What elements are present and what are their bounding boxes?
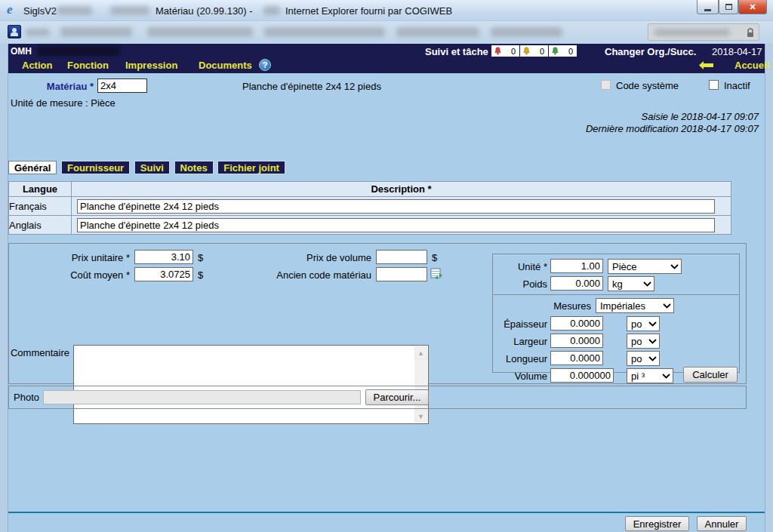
description-fr-input[interactable] [77,199,715,214]
app-header: OMH Suivi et tâche 0 0 [8,44,765,73]
textarea-scrollbar[interactable]: ▲ ▼ [414,346,427,423]
commentaire-label: Commentaire [9,347,69,358]
footer-divider [8,512,765,513]
material-input[interactable] [97,78,147,93]
tab-fournisseur[interactable]: Fournisseur [61,161,130,174]
help-icon[interactable]: ? [259,59,271,71]
poids-input[interactable] [550,276,603,291]
unite-select[interactable]: Pièce [608,259,682,274]
unite-input[interactable] [550,259,603,273]
longueur-input[interactable] [550,351,603,365]
largeur-unit-value: po [631,336,642,347]
window-titlebar[interactable]: e SiglsV2 Matériau (20.99.130) - Interne… [0,0,773,21]
redacted-text [57,6,92,15]
cout-moyen-input[interactable] [134,267,193,281]
org-code: OMH [11,46,32,57]
redacted-text [654,29,730,36]
longueur-unit-select[interactable]: po [627,351,660,366]
table-row: Français [9,197,731,216]
lang-cell: Français [9,197,72,216]
chevron-down-icon [643,281,651,287]
current-date: 2018-04-17 [712,46,762,57]
close-icon: ✕ [749,2,756,12]
tab-fichier-joint[interactable]: Fichier joint [217,161,285,174]
tab-bar: Général Fournisseur Suivi Notes Fichier … [8,161,287,174]
redacted-text [60,27,132,37]
redacted-text [264,27,385,37]
volume-unit-select[interactable]: pi ³ [627,368,673,383]
epaisseur-label: Épaisseur [493,318,547,330]
code-systeme-label: Code système [616,80,679,91]
pricing-groupbox: Prix unitaire * $ Coût moyen * $ Prix de… [8,243,747,384]
close-button[interactable]: ✕ [738,0,767,14]
minimize-button[interactable] [697,0,719,14]
tab-notes[interactable]: Notes [174,161,214,174]
search-input[interactable] [648,23,759,41]
prix-unitaire-input[interactable] [134,250,193,264]
bell-yellow-icon [522,46,531,56]
photo-label: Photo [14,392,39,403]
poids-select-value: kg [612,278,623,290]
menu-impression[interactable]: Impression [125,60,177,71]
alert-counter-red[interactable]: 0 [491,45,519,57]
cancel-button[interactable]: Annuler [697,516,747,531]
largeur-label: Largeur [493,336,547,347]
menu-documents[interactable]: Documents [199,60,252,71]
tab-suivi[interactable]: Suivi [134,161,170,174]
scroll-down-icon[interactable]: ▼ [414,410,427,423]
unite-label: Unité * [493,261,547,272]
photo-groupbox: Photo Parcourir... [8,386,747,409]
tab-general[interactable]: Général [8,161,57,174]
ancien-code-input[interactable] [376,267,427,281]
redacted-text [147,27,253,37]
photo-file-field[interactable] [43,390,361,404]
volume-unit-value: pi ³ [631,371,645,382]
unite-mesure-text: Unité de mesure : Pièce [11,97,115,109]
description-en-input[interactable] [77,218,715,232]
epaisseur-unit-value: po [631,318,642,330]
calculer-button[interactable]: Calculer [683,367,738,383]
col-header-langue: Langue [9,182,72,197]
poids-select[interactable]: kg [608,276,654,291]
window-title-doc: Matériau (20.99.130) - [156,5,253,17]
menu-fonction[interactable]: Fonction [67,60,109,71]
lookup-icon[interactable] [430,268,443,281]
ie-window: e SiglsV2 Matériau (20.99.130) - Interne… [0,0,773,532]
alert-count: 0 [511,47,516,56]
back-arrow-icon[interactable] [699,61,713,69]
chevron-down-icon [663,303,671,309]
chevron-down-icon [648,321,657,327]
chevron-down-icon [648,339,657,344]
bell-red-icon [494,46,502,56]
redacted-text [263,6,280,15]
save-button[interactable]: Enregistrer [625,516,689,531]
prix-volume-input[interactable] [376,250,427,264]
currency-symbol: $ [198,269,203,281]
epaisseur-unit-select[interactable]: po [627,316,660,331]
app-page: OMH Suivi et tâche 0 0 [8,44,765,532]
largeur-unit-select[interactable]: po [627,334,660,349]
parcourir-button[interactable]: Parcourir... [365,389,429,405]
maximize-button[interactable] [719,0,738,14]
commentaire-textarea[interactable]: ▲ ▼ [73,345,429,424]
alert-counter-green[interactable]: 0 [549,45,577,57]
poids-label: Poids [493,278,547,290]
currency-symbol: $ [198,252,203,263]
alert-counter-yellow[interactable]: 0 [520,45,548,57]
menu-action[interactable]: Action [22,60,52,71]
epaisseur-input[interactable] [550,316,603,331]
scroll-up-icon[interactable]: ▲ [414,346,427,359]
accueil-link[interactable]: Accueil [735,60,769,71]
bell-green-icon [551,46,559,56]
change-org-link[interactable]: Changer Org./Succ. [605,46,696,57]
mesures-select[interactable]: Impériales [596,298,674,313]
lang-cell: Anglais [9,216,72,235]
unite-select-value: Pièce [612,261,637,272]
chevron-down-icon [648,356,657,361]
volume-input[interactable] [550,368,614,383]
window-title-app: SiglsV2 [23,5,57,17]
ancien-code-label: Ancien code matériau [220,269,371,281]
table-row: Anglais [9,216,731,235]
inactif-checkbox[interactable] [709,80,719,90]
largeur-input[interactable] [550,334,603,348]
